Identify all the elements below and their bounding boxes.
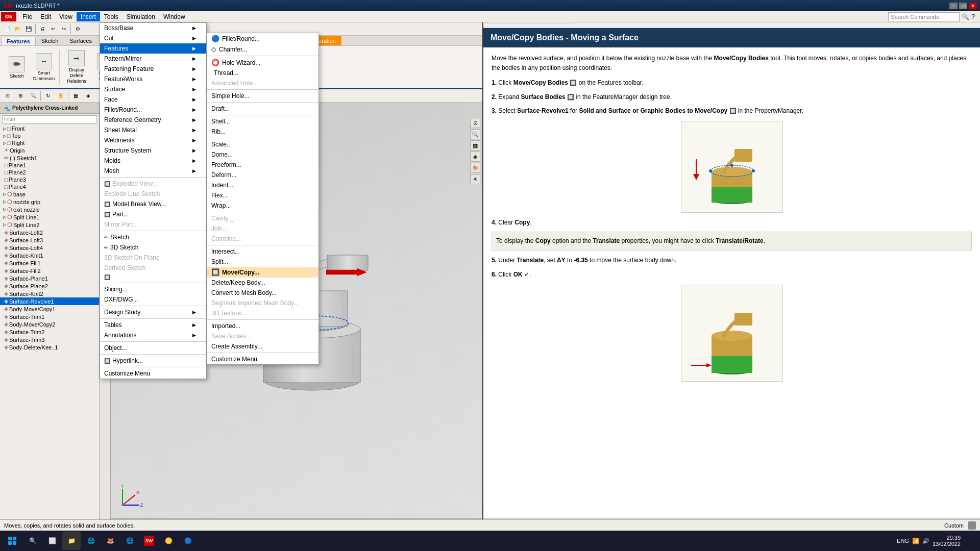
- taskbar-search[interactable]: 🔍: [23, 532, 42, 550]
- tree-item-surf-fill1[interactable]: ◈ Surface-Fill1: [0, 259, 99, 267]
- tree-item-right[interactable]: ▷ □ Right: [0, 139, 99, 146]
- taskbar-sw[interactable]: SW: [140, 532, 158, 550]
- cm-3d-texture[interactable]: 3D Texture...: [207, 308, 318, 318]
- tree-item-surf-loft3[interactable]: ◈ Surface-Loft3: [0, 236, 99, 244]
- print-btn[interactable]: 🖨: [37, 24, 47, 34]
- cm-dxf-dwg[interactable]: DXF/DWG...: [100, 294, 206, 305]
- menu-view[interactable]: View: [55, 12, 77, 21]
- tab-features[interactable]: Features: [1, 37, 36, 45]
- cm-cavity[interactable]: Cavity _: [207, 213, 318, 223]
- cm-adv-hole[interactable]: Advanced Hole...: [207, 78, 318, 88]
- cm-face[interactable]: Face▶: [100, 94, 206, 105]
- cm-delete-keep-body[interactable]: Delete/Keep Body...: [207, 278, 318, 288]
- cm-thread[interactable]: Thread...: [207, 68, 318, 78]
- cm-freeform[interactable]: Freeform...: [207, 160, 318, 170]
- minimize-btn[interactable]: ─: [949, 3, 958, 9]
- cm-fastening[interactable]: Fastening Feature▶: [100, 64, 206, 74]
- redo-btn[interactable]: ↪: [59, 24, 69, 34]
- cm-segment-mesh[interactable]: Segment Imported Mesh Body...: [207, 298, 318, 308]
- cm-object[interactable]: Object...: [100, 343, 206, 353]
- cm-pattern-mirror[interactable]: Pattern/Mirror▶: [100, 54, 206, 64]
- tree-item-nozzle-grip[interactable]: ▷ ⬡ nozzle grip: [0, 198, 99, 206]
- view-zoom-btn[interactable]: 🔍: [470, 129, 480, 139]
- cm-wrap[interactable]: Wrap...: [207, 201, 318, 211]
- tab-surfaces[interactable]: Surfaces: [64, 36, 97, 45]
- menu-simulation[interactable]: Simulation: [122, 12, 159, 21]
- tree-item-surf-trim2[interactable]: ◈ Surface-Trim2: [0, 328, 99, 336]
- tree-item-body-move1[interactable]: ◈ Body-Move/Copy1: [0, 305, 99, 313]
- tree-item-plane3[interactable]: □ Plane3: [0, 176, 99, 183]
- undo-btn[interactable]: ↩: [48, 24, 58, 34]
- cm-design-study[interactable]: Design Study▶: [100, 307, 206, 317]
- menu-window[interactable]: Window: [159, 12, 189, 21]
- taskbar-firefox[interactable]: 🦊: [101, 532, 119, 550]
- cm-customize-menu-sub[interactable]: Customize Menu: [207, 354, 318, 364]
- tree-item-body-delete[interactable]: ◈ Body-Delete/Kee..1: [0, 343, 99, 351]
- cm-shell[interactable]: Shell...: [207, 116, 318, 127]
- view-scene-btn[interactable]: ☀: [470, 174, 480, 184]
- tree-item-sketch1[interactable]: ✏ (-) Sketch1: [0, 154, 99, 162]
- cm-scale[interactable]: Scale...: [207, 139, 318, 149]
- cm-join[interactable]: Join...: [207, 223, 318, 234]
- open-btn[interactable]: 📂: [13, 24, 23, 34]
- help-icon[interactable]: ?: [971, 13, 975, 20]
- cm-exploded-view[interactable]: 🔲Exploded View...: [100, 179, 206, 189]
- cm-sketch-from-drawing[interactable]: 🔲: [100, 273, 206, 282]
- rotate-btn[interactable]: ↻: [42, 91, 54, 101]
- tab-sketch[interactable]: Sketch: [36, 36, 64, 45]
- cm-part[interactable]: 🔲Part...: [100, 209, 206, 219]
- cm-deform[interactable]: Deform...: [207, 170, 318, 180]
- tree-item-front[interactable]: ▷ □ Front: [0, 125, 99, 132]
- taskbar-edge[interactable]: 🌐: [82, 532, 100, 550]
- tree-item-surf-knit2[interactable]: ◈ Surface-Knit2: [0, 290, 99, 297]
- cm-model-break[interactable]: 🔲Model Break View...: [100, 199, 206, 209]
- cm-create-assembly[interactable]: Create Assembly...: [207, 341, 318, 352]
- taskbar-explorer[interactable]: 📁: [62, 532, 81, 550]
- zoom-fit-btn[interactable]: ⊞: [15, 91, 26, 101]
- cm-features[interactable]: Features▶: [100, 43, 206, 54]
- tree-item-exit-nozzle[interactable]: ▷ ⬡ exit nozzle: [0, 206, 99, 213]
- cm-cut[interactable]: Cut▶: [100, 33, 206, 43]
- cm-sheet-metal[interactable]: Sheet Metal▶: [100, 125, 206, 135]
- pan-btn[interactable]: ✋: [55, 91, 66, 101]
- cm-curve[interactable]: Fillet/Round...▶: [100, 105, 206, 115]
- tree-item-plane1[interactable]: □ Plane1: [0, 162, 99, 169]
- view-section-btn[interactable]: ▦: [470, 140, 480, 151]
- save-btn[interactable]: 💾: [23, 24, 34, 34]
- zoom-in-btn[interactable]: 🔍: [28, 91, 39, 101]
- restore-btn[interactable]: ▭: [959, 3, 967, 9]
- taskbar-app3[interactable]: 🔵: [179, 532, 197, 550]
- cm-tables[interactable]: Tables▶: [100, 320, 206, 330]
- tree-item-splitline2[interactable]: ▷ ⬡ Split Line2: [0, 221, 99, 229]
- tree-item-surf-trim3[interactable]: ◈ Surface-Trim3: [0, 336, 99, 343]
- taskbar-task-view[interactable]: ⬜: [43, 532, 61, 550]
- tree-item-splitline1[interactable]: ▷ ⬡ Split Line1: [0, 213, 99, 221]
- cm-mirror-part[interactable]: Mirror Part...: [100, 219, 206, 230]
- tree-item-surf-trim1[interactable]: ◈ Surface-Trim1: [0, 313, 99, 320]
- cm-explode-line[interactable]: Explode Line Sketch: [100, 189, 206, 199]
- cm-split[interactable]: Split...: [207, 257, 318, 267]
- tree-filter-input[interactable]: [2, 115, 97, 123]
- view-3d-btn[interactable]: ⊙: [2, 91, 13, 101]
- tree-item-surf-plane1[interactable]: ◈ Surface-Plane1: [0, 274, 99, 282]
- status-settings-btn[interactable]: [968, 521, 976, 530]
- tree-item-plane2[interactable]: □ Plane2: [0, 169, 99, 176]
- tree-item-origin[interactable]: ✦ Origin: [0, 146, 99, 154]
- taskbar-chrome[interactable]: 🌐: [120, 532, 139, 550]
- cm-hole-wizard[interactable]: ⭕Hole Wizard...: [207, 57, 318, 68]
- view-display-btn[interactable]: ◈: [470, 152, 480, 162]
- menu-file[interactable]: File: [18, 12, 36, 21]
- menu-edit[interactable]: Edit: [36, 12, 55, 21]
- tree-item-plane4[interactable]: □ Plane4: [0, 183, 99, 190]
- cm-dome[interactable]: Dome...: [207, 149, 318, 160]
- ribbon-btn-smart-dim[interactable]: ↔ SmartDimension: [31, 48, 57, 86]
- cm-structure-sys[interactable]: Structure System▶: [100, 145, 206, 156]
- cm-ref-geometry[interactable]: Reference Geometry▶: [100, 115, 206, 125]
- shaded-btn[interactable]: ◈: [83, 91, 94, 101]
- cm-derived-sketch[interactable]: Derived Sketch: [100, 263, 206, 273]
- cm-molds[interactable]: Molds▶: [100, 156, 206, 166]
- cm-imported[interactable]: Imported...: [207, 321, 318, 331]
- menu-insert[interactable]: Insert: [77, 12, 100, 21]
- cm-flex[interactable]: Flex...: [207, 190, 318, 201]
- cm-combine[interactable]: Combine...: [207, 234, 318, 244]
